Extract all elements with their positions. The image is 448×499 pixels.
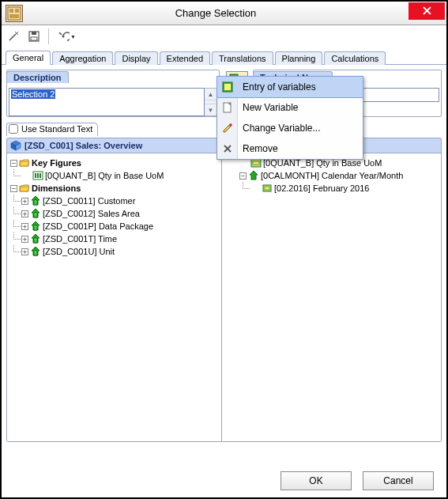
dimension-icon bbox=[30, 195, 41, 206]
svg-rect-22 bbox=[230, 124, 232, 126]
expand-icon[interactable]: + bbox=[21, 210, 28, 217]
menu-remove[interactable]: Remove bbox=[217, 138, 363, 159]
collapse-icon[interactable]: − bbox=[239, 172, 247, 180]
svg-rect-3 bbox=[9, 14, 19, 18]
folder-open-icon bbox=[19, 183, 30, 194]
tree-group: [ZSD_C001] Sales: Overview − Key Figures bbox=[6, 138, 442, 442]
app-icon bbox=[6, 5, 23, 22]
svg-rect-2 bbox=[15, 9, 19, 13]
tab-display[interactable]: Display bbox=[115, 51, 157, 65]
key-figures-node[interactable]: Key Figures bbox=[32, 157, 81, 169]
folder-open-icon bbox=[19, 157, 30, 168]
selection-tree[interactable]: [0QUANT_B] Qty in Base UoM − [0CALMONTH]… bbox=[222, 153, 441, 441]
window-title: Change Selection bbox=[23, 7, 408, 19]
tab-bar: General Aggregation Display Extended Tra… bbox=[2, 47, 446, 65]
source-tree[interactable]: − Key Figures [0QUANT_B] Qty in Base Uo bbox=[7, 153, 222, 441]
collapse-icon[interactable]: − bbox=[10, 185, 17, 192]
selected-value[interactable]: [02.2016] February 2016 bbox=[274, 182, 369, 195]
dimension-item[interactable]: [ZSD_C001P] Data Package bbox=[43, 220, 153, 232]
description-scrollbar[interactable]: ▲ ▼ bbox=[205, 88, 217, 116]
new-icon bbox=[221, 101, 234, 114]
svg-rect-18 bbox=[265, 187, 269, 190]
menu-entry-of-variables[interactable]: Entry of variables bbox=[217, 77, 363, 97]
collapse-icon[interactable]: − bbox=[10, 160, 17, 167]
svg-rect-12 bbox=[35, 173, 36, 178]
tab-calculations[interactable]: Calculations bbox=[324, 51, 386, 65]
selected-item[interactable]: [0CALMONTH] Calendar Year/Month bbox=[261, 169, 403, 182]
menu-change-variable[interactable]: Change Variable... bbox=[217, 118, 363, 138]
svg-rect-6 bbox=[32, 32, 36, 35]
description-value: Selection 2 bbox=[11, 89, 55, 99]
toolbar-separator bbox=[48, 28, 49, 44]
dimension-icon bbox=[30, 246, 41, 257]
use-standard-text-tab[interactable]: Use Standard Text bbox=[6, 123, 98, 136]
dimension-icon bbox=[30, 221, 41, 232]
expand-icon[interactable]: + bbox=[21, 223, 28, 230]
characteristic-icon bbox=[248, 170, 259, 181]
svg-rect-20 bbox=[224, 84, 231, 90]
scroll-up-icon[interactable]: ▲ bbox=[205, 89, 216, 100]
tab-extended[interactable]: Extended bbox=[160, 51, 210, 65]
svg-point-4 bbox=[16, 32, 17, 34]
tab-translations[interactable]: Translations bbox=[212, 51, 273, 65]
wand-icon[interactable] bbox=[5, 28, 22, 45]
dimension-icon bbox=[30, 233, 41, 244]
expand-icon[interactable]: + bbox=[21, 248, 28, 255]
remove-icon bbox=[221, 142, 234, 155]
svg-rect-16 bbox=[253, 161, 259, 164]
dimension-item[interactable]: [ZSD_C001U] Unit bbox=[43, 245, 115, 258]
use-standard-text-checkbox[interactable] bbox=[9, 124, 18, 134]
cancel-button[interactable]: Cancel bbox=[363, 471, 434, 490]
svg-rect-1 bbox=[9, 9, 13, 13]
description-label: Description bbox=[6, 71, 69, 83]
description-input[interactable]: Selection 2 bbox=[9, 88, 205, 116]
ok-button[interactable]: OK bbox=[280, 471, 352, 490]
title-bar: Change Selection bbox=[2, 2, 446, 25]
expand-icon[interactable]: + bbox=[21, 236, 28, 243]
menu-new-variable[interactable]: New Variable bbox=[217, 97, 363, 118]
edit-icon bbox=[221, 122, 234, 134]
scroll-down-icon[interactable]: ▼ bbox=[205, 104, 216, 115]
svg-point-8 bbox=[62, 36, 65, 38]
use-standard-text-label: Use Standard Text bbox=[21, 124, 92, 134]
dimension-icon bbox=[30, 208, 41, 219]
dimension-item[interactable]: [ZSD_C001T] Time bbox=[43, 232, 117, 245]
settings-dropdown-icon[interactable]: ▼ bbox=[55, 28, 78, 45]
dimension-item[interactable]: [ZSD_C0012] Sales Area bbox=[43, 207, 140, 220]
dialog-window: Change Selection ▼ General Aggregation D… bbox=[0, 0, 448, 499]
dimensions-node[interactable]: Dimensions bbox=[32, 182, 81, 195]
save-icon[interactable] bbox=[25, 28, 43, 45]
keyfigure-icon bbox=[32, 170, 43, 181]
tab-aggregation[interactable]: Aggregation bbox=[52, 51, 113, 65]
value-icon bbox=[262, 183, 273, 194]
tab-planning[interactable]: Planning bbox=[275, 51, 323, 65]
dimension-item[interactable]: [ZSD_C0011] Customer bbox=[43, 195, 135, 207]
tree-header-text: [ZSD_C001] Sales: Overview bbox=[24, 141, 142, 150]
svg-rect-14 bbox=[40, 173, 41, 178]
variables-icon bbox=[221, 81, 234, 93]
expand-icon[interactable]: + bbox=[21, 198, 28, 205]
close-button[interactable] bbox=[408, 2, 445, 20]
svg-rect-7 bbox=[31, 37, 37, 40]
context-menu: Entry of variables New Variable Change V… bbox=[216, 76, 363, 160]
toolbar: ▼ bbox=[2, 25, 446, 47]
tab-general[interactable]: General bbox=[6, 51, 51, 65]
dialog-footer: OK Cancel bbox=[3, 466, 445, 496]
svg-rect-13 bbox=[37, 173, 39, 178]
keyfigure-item[interactable]: [0QUANT_B] Qty in Base UoM bbox=[45, 169, 164, 182]
description-group: Description Selection 2 ▲ ▼ bbox=[6, 70, 220, 117]
cube-icon bbox=[10, 140, 21, 151]
